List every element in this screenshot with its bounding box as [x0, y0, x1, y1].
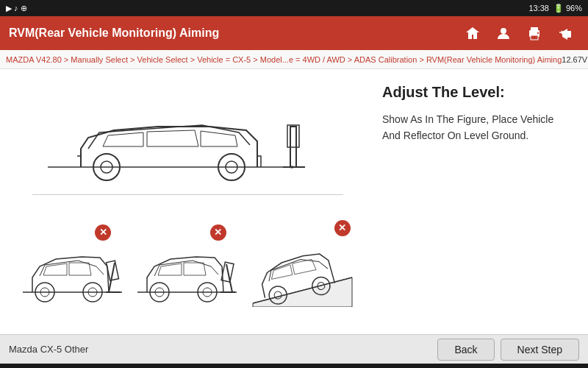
correct-car-svg — [40, 82, 334, 185]
content-heading: Adjust The Level: — [382, 84, 573, 101]
bottom-bar: Mazda CX-5 Other Back Next Step — [0, 334, 588, 364]
wrong-diagram-2: ✕ — [132, 211, 243, 314]
x-mark-1: ✕ — [95, 224, 111, 241]
exit-button[interactable] — [551, 19, 579, 47]
print-button[interactable] — [520, 19, 548, 47]
svg-rect-2 — [531, 35, 538, 40]
battery-status: 🔋 96% — [553, 4, 582, 13]
home-button[interactable] — [459, 19, 487, 47]
vehicle-label: Mazda CX-5 Other — [9, 344, 88, 355]
x-mark-3: ✕ — [334, 220, 351, 236]
content-description: Show As In The Figure, Place Vehicle And… — [382, 111, 573, 144]
svg-line-27 — [226, 264, 232, 292]
svg-rect-3 — [531, 27, 538, 32]
status-bar: ▶ ♪ ⊕ 13:38 🔋 96% — [0, 0, 588, 16]
breadcrumb-text: MAZDA V42.80 > Manually Select > Vehicle… — [6, 55, 562, 64]
wrong-diagram-1: ✕ — [17, 211, 127, 314]
status-right: 13:38 🔋 96% — [528, 4, 582, 13]
wrong-diagrams: ✕ — [15, 200, 360, 325]
x-mark-2: ✕ — [210, 224, 226, 241]
text-area: Adjust The Level: Show As In The Figure,… — [375, 69, 588, 334]
title-icons — [459, 19, 579, 47]
exit-icon — [557, 25, 573, 41]
user-button[interactable] — [490, 19, 517, 47]
status-icons: ▶ ♪ ⊕ — [6, 4, 27, 13]
next-step-button[interactable]: Next Step — [501, 339, 579, 361]
svg-point-0 — [501, 28, 506, 34]
title-bar: RVM(Rear Vehicle Monitoring) Aiming — [0, 16, 588, 50]
main-content: ✕ — [0, 69, 588, 334]
wrong-diagram-3: ✕ — [248, 211, 358, 314]
action-buttons: Back Next Step — [437, 339, 579, 361]
print-icon — [526, 25, 542, 41]
back-button[interactable]: Back — [437, 339, 494, 361]
diagram-area: ✕ — [0, 69, 375, 334]
home-icon — [465, 25, 481, 41]
user-icon — [495, 25, 512, 41]
breadcrumb-bar: MAZDA V42.80 > Manually Select > Vehicle… — [0, 50, 588, 69]
page-title: RVM(Rear Vehicle Monitoring) Aiming — [9, 26, 219, 40]
status-left: ▶ ♪ ⊕ — [6, 4, 27, 13]
battery-voltage: 12.67V — [562, 55, 587, 64]
nav-bar: ◁ ○ □ ▫ — [0, 364, 588, 368]
correct-diagram — [15, 79, 360, 189]
status-time: 13:38 — [528, 4, 549, 13]
svg-point-4 — [537, 32, 539, 34]
svg-rect-13 — [287, 125, 299, 147]
